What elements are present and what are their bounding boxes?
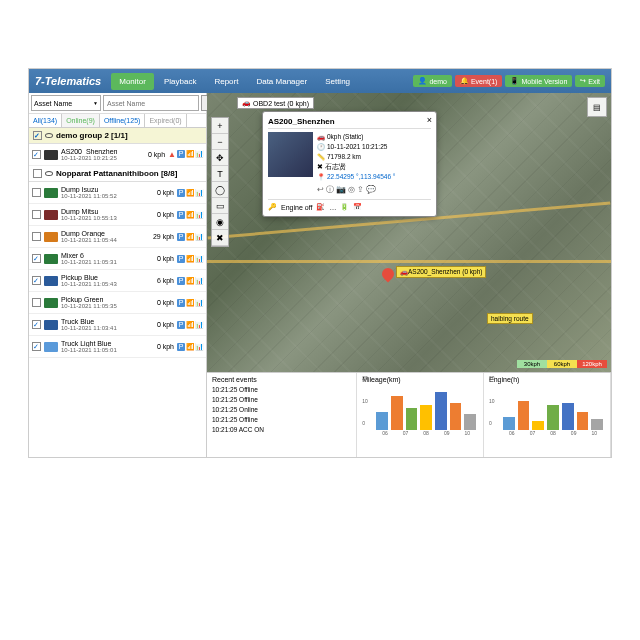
chart-title: Mileage(km) bbox=[362, 376, 478, 383]
map-tool-icon[interactable]: T bbox=[212, 166, 228, 182]
mobile-button[interactable]: 📱Mobile Version bbox=[505, 75, 572, 87]
vehicle-checkbox[interactable] bbox=[32, 320, 41, 329]
eye-icon bbox=[45, 133, 53, 138]
mileage-chart: Mileage(km) 060708091001020 bbox=[357, 373, 484, 457]
bar bbox=[376, 412, 388, 430]
park-icon: P bbox=[177, 277, 185, 285]
main-nav: MonitorPlaybackReportData ManagerSetting bbox=[111, 73, 358, 90]
vehicle-row[interactable]: Dump Mitsu10-11-2021 10:55:13 0 kph P📶📊 bbox=[29, 204, 206, 226]
vehicle-icon bbox=[44, 210, 58, 220]
map-marker[interactable]: 🚗AS200_Shenzhen (0 kph) bbox=[382, 268, 394, 280]
vehicle-icon bbox=[44, 320, 58, 330]
tab-all[interactable]: All(134) bbox=[29, 114, 62, 127]
demo-button[interactable]: 👤demo bbox=[413, 75, 452, 87]
vehicle-row[interactable]: AS200_Shenzhen10-11-2021 10:21:25 0 kph … bbox=[29, 144, 206, 166]
bottom-panels: Recent events 10:21:25 Offline10:21:25 O… bbox=[207, 372, 611, 457]
nav-report[interactable]: Report bbox=[206, 73, 246, 90]
tab-offline[interactable]: Offline(125) bbox=[100, 114, 145, 127]
close-icon[interactable]: × bbox=[427, 115, 432, 125]
layers-button[interactable]: ▤ bbox=[587, 97, 607, 117]
target-icon[interactable]: ◎ bbox=[348, 185, 355, 195]
logo: 7-Telematics bbox=[35, 75, 101, 87]
map[interactable]: 🚗OBD2 test (0 kph) + − ✥ T ◯ ▭ ◉ ✖ ▤ × A… bbox=[207, 93, 611, 372]
nav-data-manager[interactable]: Data Manager bbox=[248, 73, 315, 90]
engine-status: Engine off bbox=[281, 204, 312, 211]
recent-events-panel: Recent events 10:21:25 Offline10:21:25 O… bbox=[207, 373, 357, 457]
bar bbox=[577, 412, 589, 430]
vehicle-row[interactable]: Truck Blue10-11-2021 11:03:41 0 kph P📶📊 bbox=[29, 314, 206, 336]
group-name: Nopparat Pattananithiboon [8/8] bbox=[56, 169, 177, 178]
nav-monitor[interactable]: Monitor bbox=[111, 73, 154, 90]
chat-icon[interactable]: 💬 bbox=[366, 185, 376, 195]
chart-icon: 📊 bbox=[195, 299, 203, 307]
engine-chart: Engine(h) 060708091001020 bbox=[484, 373, 611, 457]
tab-expired[interactable]: Expired(0) bbox=[145, 114, 186, 127]
group-checkbox[interactable] bbox=[33, 169, 42, 178]
vehicle-row[interactable]: Pickup Green10-11-2021 11:05:35 0 kph P📶… bbox=[29, 292, 206, 314]
panel-title: Recent events bbox=[212, 376, 351, 383]
vehicle-checkbox[interactable] bbox=[32, 232, 41, 241]
vehicle-row[interactable]: Truck Light Blue10-11-2021 11:05:01 0 kp… bbox=[29, 336, 206, 358]
bar bbox=[464, 414, 476, 430]
vehicle-checkbox[interactable] bbox=[32, 254, 41, 263]
map-tool-icon[interactable]: ✥ bbox=[212, 150, 228, 166]
popup-info: 🚗 0kph (Static) 🕐 10-11-2021 10:21:25 📏 … bbox=[317, 132, 431, 195]
main-area: 🚗OBD2 test (0 kph) + − ✥ T ◯ ▭ ◉ ✖ ▤ × A… bbox=[207, 93, 611, 457]
tab-online[interactable]: Online(9) bbox=[62, 114, 100, 127]
bar bbox=[591, 419, 603, 430]
group-header[interactable]: Nopparat Pattananithiboon [8/8] bbox=[29, 166, 206, 182]
map-tool-icon[interactable]: ◯ bbox=[212, 182, 228, 198]
map-tool-icon[interactable]: ▭ bbox=[212, 198, 228, 214]
vehicle-row[interactable]: Dump Isuzu10-11-2021 11:05:52 0 kph P📶📊 bbox=[29, 182, 206, 204]
vehicle-row[interactable]: Mixer 610-11-2021 11:05:31 0 kph P📶📊 bbox=[29, 248, 206, 270]
signal-icon: 📶 bbox=[186, 211, 194, 219]
search-selector[interactable]: Asset Name bbox=[31, 95, 101, 111]
vehicle-checkbox[interactable] bbox=[32, 188, 41, 197]
vehicle-checkbox[interactable] bbox=[32, 298, 41, 307]
vehicle-icon bbox=[44, 298, 58, 308]
signal-icon: 📶 bbox=[186, 233, 194, 241]
nav-setting[interactable]: Setting bbox=[317, 73, 358, 90]
group-header[interactable]: demo group 2 [1/1] bbox=[29, 128, 206, 144]
zoom-in-button[interactable]: + bbox=[212, 118, 228, 134]
event-item: 10:21:25 Offline bbox=[212, 415, 351, 425]
speed-scale: 30kph 60kph 120kph bbox=[517, 360, 607, 368]
vehicle-row[interactable]: Pickup Blue10-11-2021 11:05:43 6 kph P📶📊 bbox=[29, 270, 206, 292]
event-button[interactable]: 🔔Event(1) bbox=[455, 75, 502, 87]
obd-tag[interactable]: 🚗OBD2 test (0 kph) bbox=[237, 97, 314, 109]
bar bbox=[532, 421, 544, 430]
vehicle-list[interactable]: demo group 2 [1/1] AS200_Shenzhen10-11-2… bbox=[29, 128, 206, 457]
vehicle-icon bbox=[44, 188, 58, 198]
exit-button[interactable]: ↪Exit bbox=[575, 75, 605, 87]
chart-title: Engine(h) bbox=[489, 376, 605, 383]
reply-icon[interactable]: ↩ bbox=[317, 185, 324, 195]
nav-playback[interactable]: Playback bbox=[156, 73, 204, 90]
pin-icon bbox=[380, 266, 397, 283]
vehicle-checkbox[interactable] bbox=[32, 150, 41, 159]
zoom-out-button[interactable]: − bbox=[212, 134, 228, 150]
route-label: haibing route bbox=[487, 313, 533, 324]
search-input[interactable] bbox=[103, 95, 199, 111]
vehicle-checkbox[interactable] bbox=[32, 276, 41, 285]
group-name: demo group 2 [1/1] bbox=[56, 131, 128, 140]
bar bbox=[547, 405, 559, 430]
vehicle-checkbox[interactable] bbox=[32, 342, 41, 351]
park-icon: P bbox=[177, 321, 185, 329]
vehicle-checkbox[interactable] bbox=[32, 210, 41, 219]
camera-icon[interactable]: 📷 bbox=[336, 185, 346, 195]
vehicle-icon bbox=[44, 254, 58, 264]
map-tool-icon[interactable]: ◉ bbox=[212, 214, 228, 230]
bar bbox=[562, 403, 574, 430]
event-item: 10:21:25 Online bbox=[212, 405, 351, 415]
map-tool-icon[interactable]: ✖ bbox=[212, 230, 228, 246]
chart-icon: 📊 bbox=[195, 321, 203, 329]
park-icon: P bbox=[177, 150, 185, 158]
vehicle-row[interactable]: Dump Orange10-11-2021 11:05:44 29 kph P📶… bbox=[29, 226, 206, 248]
info-icon[interactable]: ⓘ bbox=[326, 185, 334, 195]
filter-tabs: All(134) Online(9) Offline(125) Expired(… bbox=[29, 114, 206, 128]
group-checkbox[interactable] bbox=[33, 131, 42, 140]
vehicle-popup: × AS200_Shenzhen 🚗 0kph (Static) 🕐 10-11… bbox=[262, 111, 437, 217]
share-icon[interactable]: ⇪ bbox=[357, 185, 364, 195]
vehicle-icon bbox=[44, 232, 58, 242]
events-list: 10:21:25 Offline10:21:25 Offline10:21:25… bbox=[212, 385, 351, 435]
